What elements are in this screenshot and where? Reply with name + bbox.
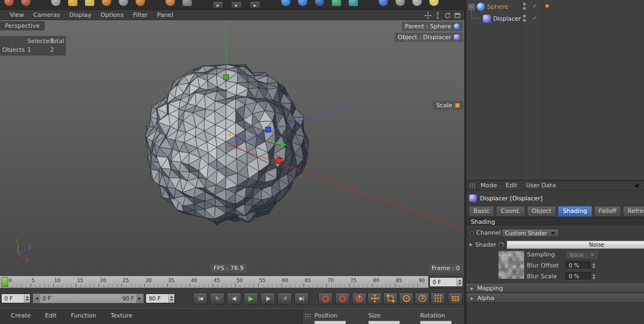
- record-keyframe-button[interactable]: [318, 292, 333, 304]
- viewport-canvas[interactable]: [0, 20, 464, 276]
- group-alpha[interactable]: ▸ Alpha: [466, 294, 644, 303]
- timeline-ruler[interactable]: 051015202530354045505560657075808590 0 F: [0, 276, 464, 288]
- autokey-button[interactable]: [335, 292, 350, 304]
- ruler-track[interactable]: 051015202530354045505560657075808590: [0, 276, 428, 288]
- cube-icon[interactable]: [68, 0, 77, 6]
- spinner-arrows-icon[interactable]: [591, 272, 597, 280]
- spinner-arrows-icon[interactable]: [457, 278, 463, 286]
- rotate-view-icon[interactable]: [443, 11, 451, 19]
- size-field[interactable]: [368, 321, 400, 324]
- plane-icon[interactable]: [183, 0, 192, 6]
- axis-icon[interactable]: [119, 0, 128, 6]
- attr-menu-mode[interactable]: Mode: [481, 182, 497, 189]
- goto-end-button[interactable]: ▶|: [294, 292, 309, 304]
- tab-coord[interactable]: Coord.: [496, 206, 525, 217]
- spinner-arrows-icon[interactable]: [168, 294, 174, 303]
- current-frame-spinner[interactable]: 0 F: [1, 294, 31, 303]
- attr-menu-edit[interactable]: Edit: [506, 182, 517, 189]
- group-mapping[interactable]: ▸ Mapping: [466, 284, 644, 293]
- menu-options[interactable]: Options: [101, 11, 124, 19]
- tab-falloff[interactable]: Falloff: [594, 206, 621, 217]
- rotate-tool-button[interactable]: [399, 292, 414, 304]
- tab-basic[interactable]: Basic: [469, 206, 494, 217]
- range-track[interactable]: [53, 294, 120, 303]
- visibility-dots[interactable]: [523, 3, 526, 10]
- shader-preview-bar[interactable]: Noise: [507, 241, 644, 249]
- tab-refresh[interactable]: Refresh: [623, 206, 644, 217]
- undo-icon[interactable]: [4, 0, 14, 6]
- menu-edit[interactable]: Edit: [45, 312, 57, 324]
- object-name-displacer[interactable]: Displacer: [493, 15, 521, 22]
- visibility-dots[interactable]: [523, 15, 526, 22]
- view-label[interactable]: Perspective: [0, 21, 45, 30]
- add-null-icon[interactable]: [298, 0, 307, 6]
- object-row-sphere[interactable]: − Sphere: [466, 2, 508, 11]
- attr-menu-user-data[interactable]: User Data: [526, 182, 556, 189]
- channel-dropdown[interactable]: Custom Shader: [501, 229, 559, 237]
- camera-icon[interactable]: [412, 0, 422, 6]
- panel-grip-icon[interactable]: [469, 183, 476, 188]
- blur-offset-field[interactable]: 0 %: [566, 261, 597, 270]
- collapse-arrow-icon[interactable]: ◀: [634, 182, 639, 189]
- snap-grid-tool-button[interactable]: [430, 292, 445, 304]
- tab-shading[interactable]: Shading: [558, 206, 592, 217]
- menu-filter[interactable]: Filter: [133, 11, 148, 19]
- menu-function[interactable]: Function: [71, 312, 96, 324]
- menu-view[interactable]: View: [10, 11, 24, 19]
- modeling-icon[interactable]: [51, 0, 60, 6]
- timeline-frame-value[interactable]: 0 F: [430, 278, 457, 286]
- render-settings-icon[interactable]: ▶: [250, 1, 260, 9]
- blur-offset-value[interactable]: 0 %: [566, 261, 591, 270]
- current-frame-value[interactable]: 0 F: [2, 294, 24, 303]
- floor-icon[interactable]: [396, 0, 405, 6]
- pan-view-icon[interactable]: [424, 11, 432, 19]
- timeline-frame-field[interactable]: 0 F: [429, 277, 463, 287]
- sphere-icon[interactable]: [477, 3, 485, 11]
- add-sphere-icon[interactable]: [281, 0, 290, 6]
- redo-icon[interactable]: [21, 0, 31, 6]
- keyframe-options-button[interactable]: ?: [352, 292, 367, 304]
- enabled-check-icon[interactable]: ✓: [532, 1, 538, 11]
- section-header-shading[interactable]: Shading: [466, 217, 644, 227]
- workplane-tool-button[interactable]: [448, 292, 463, 304]
- layer-dot-icon[interactable]: [545, 4, 549, 8]
- play-reverse-button[interactable]: ↻: [210, 292, 224, 304]
- panel-grip-icon[interactable]: [305, 313, 312, 319]
- rotation-field[interactable]: [420, 321, 452, 324]
- next-frame-button[interactable]: |▶: [260, 292, 275, 304]
- maximize-view-icon[interactable]: [453, 11, 461, 19]
- menu-texture[interactable]: Texture: [111, 312, 132, 324]
- loop-end-value[interactable]: 90 F: [146, 294, 168, 303]
- channel-radio[interactable]: [470, 231, 474, 235]
- pmode-tool-button[interactable]: P: [415, 292, 429, 304]
- prev-frame-button[interactable]: ◀|: [227, 292, 241, 304]
- pen-icon[interactable]: [85, 0, 94, 6]
- current-frame-marker[interactable]: [1, 277, 8, 287]
- goto-start-button[interactable]: |◀: [193, 292, 208, 304]
- tab-object[interactable]: Object: [527, 206, 556, 217]
- render-icon[interactable]: ▶: [231, 1, 242, 9]
- position-field[interactable]: [314, 321, 346, 324]
- shader-expand-button[interactable]: [498, 241, 505, 248]
- blur-scale-value[interactable]: 0 %: [566, 272, 591, 280]
- ring-icon[interactable]: [136, 0, 145, 6]
- play-forward-button[interactable]: ▶: [244, 292, 258, 304]
- add-cube-icon[interactable]: [332, 0, 341, 6]
- spinner-arrows-icon[interactable]: [24, 294, 30, 303]
- scale-tool-button[interactable]: [383, 292, 398, 304]
- add-array-icon[interactable]: [315, 0, 324, 6]
- dolly-view-icon[interactable]: [434, 11, 441, 19]
- preview-range-slider[interactable]: ◀ 0 F 90 F ▶: [33, 294, 144, 303]
- menu-display[interactable]: Display: [69, 11, 92, 19]
- menu-create[interactable]: Create: [11, 312, 31, 324]
- render-view-icon[interactable]: ▶: [212, 1, 223, 9]
- light-icon[interactable]: [429, 0, 439, 6]
- spinner-arrows-icon[interactable]: [591, 261, 597, 270]
- torus-icon[interactable]: [166, 0, 175, 6]
- perspective-viewport[interactable]: Perspective Selected Total Objects 1 2 P…: [0, 20, 464, 276]
- object-name-sphere[interactable]: Sphere: [487, 3, 508, 10]
- caret-right-icon[interactable]: ▸: [470, 241, 472, 247]
- enabled-check-icon[interactable]: ✓: [532, 13, 538, 23]
- move-tool-button[interactable]: [367, 292, 382, 304]
- expand-toggle[interactable]: −: [469, 4, 475, 10]
